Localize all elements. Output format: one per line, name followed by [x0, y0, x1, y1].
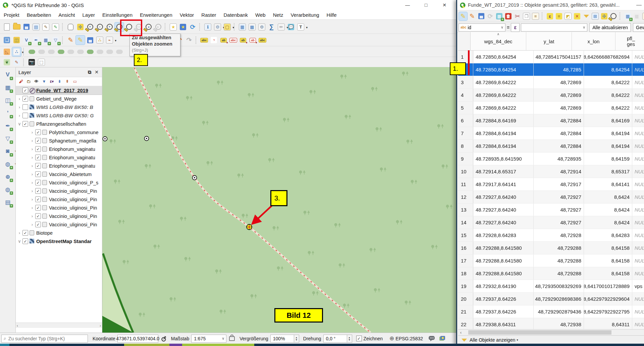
cell[interactable]: 48.72884,8.64169 [473, 114, 534, 127]
cell[interactable]: 48,72935008329269 [534, 280, 584, 292]
change-label-icon[interactable]: abc [258, 36, 267, 45]
cell[interactable]: 8,64141 [584, 178, 632, 190]
cell[interactable]: 48.72850,8.64254 [473, 63, 534, 76]
layer-item-vaccinio-uliginosi-pin[interactable]: ›✓Vaccinio_uliginosi_Pin [16, 187, 102, 195]
scroll-right-icon[interactable]: › [100, 324, 101, 328]
cell[interactable]: 8,6424 [584, 204, 632, 216]
scroll-left-icon[interactable]: ‹ [17, 324, 18, 328]
select-by-expression-icon[interactable]: ε [546, 12, 554, 20]
digitize-icon[interactable]: ∴ [95, 36, 104, 45]
layer-item-eriophorum-vaginatu[interactable]: ›✓Eriophorum_vaginatu [16, 153, 102, 162]
row-number[interactable]: 6 [458, 114, 473, 127]
cell[interactable]: 48,72927 [534, 191, 584, 203]
layer-checkbox[interactable]: ✓ [22, 96, 28, 102]
cell[interactable]: 8,64159 [584, 153, 632, 165]
menu-netz[interactable]: Netz [269, 12, 287, 18]
advanced-digitize-icon[interactable]: ⌁▾ [105, 36, 114, 45]
cell[interactable]: 8,642297922929604 [584, 293, 632, 305]
cut-features-icon[interactable]: ✂ [513, 12, 522, 20]
add-wfs-button[interactable]: ⊕+ [3, 172, 12, 181]
add-group-icon[interactable]: 🗀 [25, 78, 32, 85]
row-number[interactable]: 19 [458, 280, 473, 292]
layer-checkbox[interactable]: ✓ [35, 155, 41, 160]
menu-hilfe[interactable]: Hilfe [323, 12, 340, 18]
open-layer-styling-icon[interactable]: 🖌 [18, 78, 24, 85]
cell[interactable]: 48,7292902879436 [534, 305, 584, 318]
cell[interactable]: 48.72869,8.64222 [473, 89, 534, 101]
layer-checkbox[interactable]: ✓ [35, 196, 41, 202]
layer-checkbox[interactable]: ✓ [35, 213, 41, 219]
cell[interactable]: 8,65317 [584, 165, 632, 178]
cell[interactable]: 48,72927 [534, 204, 584, 216]
layer-checkbox[interactable]: ✓ [22, 121, 28, 127]
pan-to-selection-icon[interactable]: ✣ [76, 22, 85, 32]
cell[interactable]: 48.72937,8.64226 [473, 293, 534, 305]
layer-checkbox[interactable]: ✓ [35, 163, 41, 169]
row-number[interactable]: 7 [458, 127, 473, 139]
manage-visibility-icon[interactable]: 👁 [33, 78, 40, 85]
table-row[interactable]: 1148.72917,8.6414148,729178,64141NULL [458, 178, 644, 191]
cell[interactable]: NULL [632, 305, 644, 318]
row-number[interactable]: 14 [458, 216, 473, 229]
cell[interactable]: 8,6424 [584, 191, 632, 203]
map-edit-icon[interactable]: ✎ [12, 58, 21, 67]
menu-raster[interactable]: Raster [198, 12, 220, 18]
expander-icon[interactable]: › [30, 163, 35, 168]
cell[interactable]: 8,64254 [584, 63, 632, 76]
row-number[interactable]: 1 [458, 51, 473, 63]
find-marker[interactable] [103, 137, 107, 141]
column-header-pfl_[interactable]: pfl_ ges [615, 32, 644, 50]
cell[interactable]: NULL [632, 229, 644, 241]
open-project-icon[interactable] [12, 22, 21, 32]
rotation-spinner[interactable]: ▲▼ [347, 335, 352, 343]
select-region-icon[interactable]: ⬚ [37, 58, 46, 67]
layer-checkbox[interactable]: ✓ [22, 238, 28, 244]
column-header-y_lat[interactable]: y_lat [526, 32, 572, 50]
cell[interactable]: 48,72854175041157 [534, 51, 584, 63]
cell[interactable]: 48,72929028698386 [534, 293, 584, 305]
layer-checkbox[interactable]: ✓ [35, 222, 41, 227]
cell[interactable]: 48,72914 [534, 165, 584, 178]
expander-icon[interactable]: › [30, 188, 35, 193]
copy-features-icon[interactable]: ❐ [522, 12, 531, 20]
pin-labels-icon[interactable]: ●ab [219, 36, 228, 45]
table-row[interactable]: 1948.72932,8.6419048,729350083292698,641… [458, 280, 644, 293]
table-horizontal-scrollbar[interactable]: ‹ [458, 329, 644, 336]
layer-item-vaccinio-uliginosi-pin[interactable]: ›✓Vaccinio_uliginosi_Pin [16, 195, 102, 204]
magnifier-input[interactable]: 100% [270, 335, 294, 343]
cell[interactable]: 48,72884 [534, 114, 584, 127]
minimize-button[interactable]: — [636, 2, 644, 8]
cell[interactable]: 48,72938 [534, 318, 584, 329]
move-label-icon[interactable]: ●ab [238, 36, 248, 45]
cell[interactable]: NULL [632, 51, 644, 63]
add-feature-icon[interactable]: ▦+ [495, 12, 503, 20]
expander-icon[interactable]: › [30, 138, 35, 143]
pan-to-selection-icon[interactable]: ✣ [600, 12, 608, 20]
multiedit-icon[interactable]: ✎ [468, 12, 476, 20]
expression-button[interactable]: ε [511, 23, 520, 32]
row-number[interactable]: 12 [458, 191, 473, 203]
new-layout-icon[interactable]: ▤ [32, 22, 41, 32]
cell[interactable]: 48.72928,8.64283 [473, 229, 534, 241]
layer-item-wms-lgrb-bw-bk50-b[interactable]: ›WMS LGRB-BW BK50: B [16, 103, 102, 111]
minimize-button[interactable]: — [399, 0, 416, 10]
cell[interactable]: 8,64283 [584, 229, 632, 241]
highlight-labels-icon[interactable]: abc [229, 36, 238, 45]
zoom-full-icon[interactable]: + [105, 22, 114, 32]
open-attribute-table-icon[interactable]: ▦ [238, 22, 247, 32]
cell[interactable]: NULL [632, 293, 644, 305]
layer-item-vaccinio-uliginosi-pin[interactable]: ›✓Vaccinio_uliginosi_Pin [16, 212, 102, 220]
cell[interactable]: 48,729288 [534, 267, 584, 280]
cell[interactable]: 8,64222 [584, 89, 632, 101]
row-number[interactable]: 22 [458, 318, 473, 329]
cell[interactable]: NULL [632, 204, 644, 216]
map-tips-icon[interactable]: 💬 [286, 22, 296, 32]
expander-icon[interactable]: › [30, 214, 35, 219]
menu-datenbank[interactable]: Datenbank [220, 12, 252, 18]
select-all-icon[interactable]: ≡ [555, 12, 563, 20]
layer-item-sphagnetum-magella[interactable]: ›✓Sphagnetum_magella [16, 136, 102, 145]
table-row[interactable]: 348.72869,8.6422248,728698,64222NULL [458, 76, 644, 89]
add-virtual-layer-icon[interactable]: ▽+ [51, 36, 60, 45]
zoom-in-icon[interactable]: + [86, 22, 95, 32]
menu-verarbeitung[interactable]: Verarbeitung [287, 12, 323, 18]
